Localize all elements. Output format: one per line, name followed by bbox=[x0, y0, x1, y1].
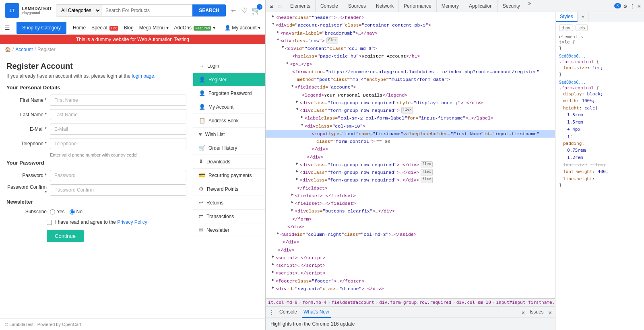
nav-home[interactable]: Home bbox=[73, 22, 86, 34]
logo[interactable]: LT LAMBDATEST Playground bbox=[5, 3, 52, 18]
bc-div-col-sm-10[interactable]: div.col-sm-10 bbox=[456, 300, 491, 305]
cart-icon[interactable]: 🛒0 bbox=[252, 6, 260, 15]
nav-blog[interactable]: Blog bbox=[124, 22, 134, 34]
html-tree-row[interactable]: ▼<div class="col-sm-10"> bbox=[266, 122, 555, 130]
nav-mega-menu[interactable]: Mega Menu ▾ bbox=[139, 22, 169, 34]
html-tree-row[interactable]: method="post" class="mb-4" enctype="mult… bbox=[266, 76, 555, 83]
device-icon[interactable]: ▭ bbox=[277, 2, 282, 10]
tree-triangle[interactable]: ▼ bbox=[282, 45, 284, 51]
tree-triangle[interactable]: ▶ bbox=[272, 14, 274, 20]
tab-security[interactable]: Security bbox=[498, 0, 525, 12]
tree-triangle[interactable]: ▼ bbox=[272, 22, 274, 27]
sidebar-item-recurring[interactable]: 💳 Recurring payments bbox=[193, 169, 265, 182]
html-tree-row[interactable]: ▶<script> … </script> bbox=[266, 269, 555, 277]
html-tree-row[interactable]: ▼<div id="content" class="col-md-9"> bbox=[266, 45, 555, 52]
tab-memory[interactable]: Memory bbox=[437, 0, 464, 12]
pseudo-hov[interactable]: :hov bbox=[559, 25, 573, 31]
html-tree-row[interactable]: ▶<label class="col-sm-2 col-form-label" … bbox=[266, 114, 555, 122]
tree-triangle[interactable]: ▶ bbox=[287, 61, 289, 66]
hamburger-icon[interactable]: ☰ bbox=[5, 21, 10, 34]
html-tree-row[interactable]: <input type="text" name="firstname" valu… bbox=[266, 130, 555, 138]
tab-application[interactable]: Application bbox=[464, 0, 498, 12]
tree-triangle[interactable]: ▶ bbox=[291, 200, 293, 206]
last-name-input[interactable] bbox=[50, 109, 186, 120]
sidebar-item-register[interactable]: 👤 Register bbox=[193, 73, 265, 87]
agree-checkbox[interactable] bbox=[47, 220, 52, 225]
html-tree-row[interactable]: ▶<script> … </script> bbox=[266, 262, 555, 269]
tree-triangle[interactable]: ▼ bbox=[277, 37, 279, 43]
html-tree-row[interactable]: ▶<div class="buttons clearfix"> … </div> bbox=[266, 207, 555, 215]
tree-triangle[interactable]: ▶ bbox=[272, 262, 274, 268]
search-button[interactable]: SEARCH bbox=[192, 4, 226, 16]
sidebar-item-my-account[interactable]: 👤 My Account bbox=[193, 100, 265, 114]
html-tree-row[interactable]: ▼<div class="row"> flex bbox=[266, 37, 555, 45]
html-tree-row[interactable]: ▶<fieldset> … </fieldset> bbox=[266, 200, 555, 207]
nav-my-account[interactable]: 👤 My account ▾ bbox=[225, 22, 260, 34]
html-tree-row[interactable]: </div> bbox=[266, 153, 555, 161]
first-name-input[interactable] bbox=[50, 95, 186, 106]
html-tree-row[interactable]: <h1 class="page-title h3">Register Accou… bbox=[266, 52, 555, 60]
settings-icon[interactable]: ⚙ bbox=[623, 3, 627, 9]
confirm-input[interactable] bbox=[50, 184, 186, 196]
search-input[interactable] bbox=[101, 4, 192, 16]
html-tree-row[interactable]: ▶<nav aria-label="breadcrumb"> … </nav> bbox=[266, 29, 555, 37]
sidebar-item-newsletter[interactable]: ✉ Newsletter bbox=[193, 223, 265, 237]
privacy-link[interactable]: Privacy Policy bbox=[117, 219, 147, 225]
tree-triangle[interactable]: ▶ bbox=[301, 115, 303, 120]
html-tree-row[interactable]: </form> bbox=[266, 215, 555, 223]
html-tree-row[interactable]: ▶<div class="form-group row required"> …… bbox=[266, 176, 555, 184]
console-tab-console[interactable]: Console bbox=[278, 307, 299, 318]
console-more-icon[interactable]: ⋮ bbox=[269, 309, 275, 316]
login-link[interactable]: login page. bbox=[132, 73, 156, 79]
tree-triangle[interactable]: ▶ bbox=[291, 208, 293, 213]
breadcrumb-account[interactable]: Account bbox=[15, 47, 33, 52]
html-tree[interactable]: ▶<header class="header"> … </header>▼<di… bbox=[266, 12, 555, 298]
styles-tab-styles[interactable]: Styles bbox=[556, 12, 578, 22]
nav-addons[interactable]: AddOns Featured ▾ bbox=[174, 22, 215, 34]
sidebar-item-reward[interactable]: ⚙ Reward Points bbox=[193, 182, 265, 196]
html-tree-row[interactable]: ▶<script> … </script> bbox=[266, 254, 555, 262]
bc-div-form-group[interactable]: div.form-group.row.required bbox=[379, 300, 451, 305]
html-tree-row[interactable]: ▶<footer class="footer"> … </footer> bbox=[266, 277, 555, 285]
pseudo-cls[interactable]: .cls bbox=[576, 25, 588, 31]
sidebar-item-downloads[interactable]: ⬇ Downloads bbox=[193, 155, 265, 169]
console-tab-whats-new[interactable]: What's New bbox=[302, 307, 331, 318]
shop-by-category[interactable]: Shop by Category bbox=[17, 22, 66, 34]
tree-triangle[interactable]: ▶ bbox=[296, 169, 298, 175]
tree-triangle[interactable]: ▶ bbox=[277, 231, 279, 237]
html-tree-row[interactable]: </div> bbox=[266, 223, 555, 231]
password-input[interactable] bbox=[50, 170, 186, 181]
sidebar-item-order-history[interactable]: 🛒 Order History bbox=[193, 141, 265, 155]
tree-triangle[interactable]: ▶ bbox=[296, 177, 298, 182]
html-tree-row[interactable]: ▼<fieldset id="account"> bbox=[266, 83, 555, 91]
radio-yes[interactable] bbox=[50, 209, 55, 214]
radio-yes-label[interactable]: Yes bbox=[50, 209, 65, 214]
html-tree-row[interactable]: </div> bbox=[266, 238, 555, 246]
email-input[interactable] bbox=[50, 124, 186, 135]
html-tree-row[interactable]: <form action="https://ecommerce-playgrou… bbox=[266, 68, 555, 76]
telephone-input[interactable] bbox=[50, 138, 186, 149]
radio-no[interactable] bbox=[70, 209, 75, 214]
style-source-1[interactable]: 9ed09db6... bbox=[559, 54, 641, 58]
html-tree-row[interactable]: class="form-control"> == $0 bbox=[266, 138, 555, 145]
inspect-icon[interactable]: ⊡ bbox=[269, 2, 274, 10]
bc-form-mb-4[interactable]: form.mb-4 bbox=[302, 300, 326, 305]
nav-special[interactable]: Special Hot bbox=[91, 22, 118, 34]
console-close-icon[interactable]: ✕ bbox=[549, 309, 552, 316]
tree-triangle[interactable]: ▼ bbox=[291, 84, 293, 89]
vertical-dots-icon[interactable]: ⋮ bbox=[630, 3, 635, 9]
console-tab-issues[interactable]: Issues bbox=[528, 307, 545, 318]
more-tabs-button[interactable]: » bbox=[525, 0, 533, 12]
back-icon[interactable]: ← bbox=[230, 6, 237, 15]
tree-triangle[interactable]: ▼ bbox=[301, 123, 303, 128]
html-tree-row[interactable]: ▶<aside id="column-right" class="col-md-… bbox=[266, 231, 555, 238]
tab-elements[interactable]: Elements bbox=[285, 0, 316, 12]
bc-fieldset-account[interactable]: fieldset#account bbox=[332, 300, 374, 305]
tree-triangle[interactable]: ▼ bbox=[296, 107, 298, 113]
tree-triangle[interactable]: ▶ bbox=[272, 254, 274, 260]
html-tree-row[interactable]: ▶<div class="form-group row required" st… bbox=[266, 99, 555, 107]
tree-triangle[interactable]: ▶ bbox=[296, 161, 298, 167]
html-tree-row[interactable]: ▶<p> … </p> bbox=[266, 60, 555, 68]
tree-triangle[interactable]: ▶ bbox=[272, 278, 274, 283]
styles-tab-more[interactable]: » bbox=[578, 12, 589, 22]
